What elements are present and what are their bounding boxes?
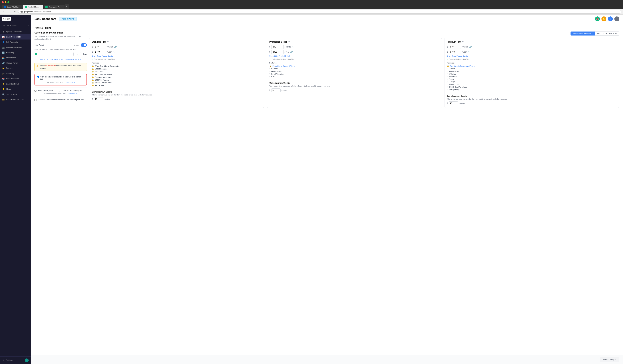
- sidebar-item-saas-configurator[interactable]: 📊 SaaS Configurator: [0, 34, 31, 40]
- traffic-light-yellow[interactable]: [5, 1, 6, 3]
- build-own-plan-button[interactable]: BUILD YOUR OWN PLAN: [595, 32, 619, 36]
- sidebar-switcher[interactable]: Click here to switch ⌄: [0, 23, 31, 28]
- sidebar-item-sub-accounts[interactable]: 👤 Sub-Accounts: [0, 40, 31, 45]
- trial-days-input[interactable]: 1: [73, 52, 81, 56]
- professional-comp-input[interactable]: [271, 88, 281, 92]
- stripe-link-month-icon[interactable]: 🔗: [469, 46, 472, 48]
- sidebar-item-affiliate-portal[interactable]: 🔗 Affiliate Portal: [0, 61, 31, 66]
- stripe-link-month-icon[interactable]: 🔗: [292, 46, 294, 48]
- upgrade-learn-more-link[interactable]: Learn more ↗: [65, 81, 75, 83]
- feature-item: ⠿All Reporting: [447, 89, 617, 91]
- sidebar-item-label: SaaS Configurator: [6, 36, 22, 38]
- premium-edit-icon[interactable]: ✏: [462, 41, 464, 43]
- premium-comp-input[interactable]: [449, 101, 458, 105]
- page-header: SaaS Dashboard Plans & Pricing 📣 🔔 ?: [31, 15, 623, 23]
- cancel-link-row: How does cancellation work? Learn more ↗: [34, 93, 87, 95]
- professional-edit-icon[interactable]: ✏: [289, 41, 290, 43]
- sidebar-item-label: Agency Dashboard: [6, 31, 22, 33]
- professional-price-month-input[interactable]: [271, 45, 284, 49]
- plans-layout: Customize Your SaaS Plans You can either…: [34, 32, 619, 108]
- notification-button-green[interactable]: 📣: [595, 17, 600, 21]
- premium-price-month-input[interactable]: [449, 45, 461, 49]
- premium-comp-title: Complimentary Credits: [447, 95, 617, 97]
- drag-icon: ⠿: [447, 76, 448, 78]
- sidebar-settings[interactable]: ⚙ Settings ‹: [0, 356, 31, 364]
- sidebar: Agency Click here to switch ⌄ ⊞ Agency D…: [0, 15, 31, 364]
- tab-close-1[interactable]: ×: [41, 6, 41, 8]
- user-icon: 👤: [2, 41, 5, 43]
- stripe-link-month-icon[interactable]: 🔗: [114, 46, 117, 48]
- user-avatar[interactable]: [614, 17, 619, 21]
- notification-button-orange[interactable]: 🔔: [601, 17, 606, 21]
- sidebar-item-saas-fasttrack[interactable]: ⚡ SaaS FastTrack: [0, 81, 31, 86]
- sidebar-item-ideas[interactable]: 💡 Ideas: [0, 86, 31, 92]
- sidebar-item-label: Ideas: [6, 88, 11, 90]
- address-input[interactable]: [18, 10, 621, 14]
- feature-item: 🔒Missed Call Text Back: [92, 82, 262, 84]
- browser-tab-2[interactable]: Suspending A... ×: [44, 5, 64, 9]
- forward-button[interactable]: →: [7, 10, 11, 13]
- currency-symbol: $: [269, 46, 270, 48]
- lock-icon: 🔒: [92, 76, 94, 78]
- feature-item: 🔒GMB Call Tracking: [92, 79, 262, 81]
- back-button[interactable]: ←: [2, 10, 6, 13]
- reload-button[interactable]: ↻: [13, 10, 17, 13]
- sidebar-item-reselling[interactable]: 🔄 Reselling: [0, 50, 31, 55]
- trial-period-label: Trial Period: [34, 44, 44, 46]
- standard-features-label: Features:: [92, 62, 262, 64]
- stripe-link-year-icon[interactable]: 🔗: [290, 51, 293, 53]
- help-button[interactable]: ?: [608, 17, 613, 21]
- cancel-learn-more-link[interactable]: Learn more ↗: [67, 93, 77, 95]
- professional-plan-name: Professional Plan ✏: [269, 40, 439, 43]
- traffic-light-red[interactable]: [2, 1, 4, 3]
- professional-stripe-link[interactable]: Show Stripe Product Details: [269, 55, 439, 57]
- premium-stripe-link[interactable]: Show Stripe Product Details: [447, 55, 617, 57]
- professional-plan-card: Professional Plan ✏ $ / month 🔗 $: [267, 38, 442, 108]
- customize-panel: Customize Your SaaS Plans You can either…: [34, 32, 87, 108]
- professional-price-year-input[interactable]: [271, 50, 284, 54]
- currency-symbol: $: [92, 98, 93, 100]
- stripe-link-year-icon[interactable]: 🔗: [467, 51, 470, 53]
- tab-close-2[interactable]: ×: [61, 6, 62, 8]
- upgrade-checkbox[interactable]: [37, 76, 39, 78]
- suspend-checkbox-section: Suspend Sub-account when their SaaS subs…: [34, 97, 87, 101]
- stripe-link-year-icon[interactable]: 🔗: [113, 51, 115, 53]
- sidebar-item-university[interactable]: 🎓 University: [0, 71, 31, 76]
- book-icon: 📚: [2, 78, 5, 80]
- browser-tab-0[interactable]: Blade P&L Pla... ×: [2, 5, 23, 9]
- standard-stripe-link[interactable]: Show Stripe Product Details: [92, 55, 262, 57]
- sidebar-item-account-snapshots[interactable]: 📷 Account Snapshots: [0, 45, 31, 50]
- sidebar-item-label: Affiliate Portal: [6, 62, 18, 64]
- trial-period-toggle[interactable]: [81, 43, 87, 47]
- sidebar-item-saas-fasttrack-paid[interactable]: 💳 SaaS FastTrack Paid: [0, 97, 31, 102]
- customize-title: Customize Your SaaS Plans: [34, 32, 87, 34]
- trial-period-slider[interactable]: [34, 54, 72, 54]
- tab-close-0[interactable]: ×: [20, 6, 21, 8]
- enable-label: Enable: [74, 44, 79, 46]
- sidebar-item-partners[interactable]: 🤝 Partners: [0, 66, 31, 71]
- sidebar-collapse-button[interactable]: ‹: [25, 359, 29, 362]
- sidebar-item-smb-scanner[interactable]: 🔍 SMB Scanner: [0, 92, 31, 97]
- save-changes-button[interactable]: Save Changes: [600, 357, 619, 362]
- traffic-light-green[interactable]: [7, 1, 9, 3]
- premium-price-year-input[interactable]: [449, 50, 461, 54]
- standard-comp-input[interactable]: [94, 97, 103, 101]
- drag-icon: ⠿: [269, 68, 270, 70]
- page-title: SaaS Dashboard: [34, 17, 56, 20]
- standard-edit-icon[interactable]: ✏: [107, 41, 109, 43]
- currency-symbol: $: [92, 46, 93, 48]
- recommended-plans-button[interactable]: RECOMMENDED PLANS: [571, 32, 595, 36]
- sidebar-item-marketplace[interactable]: 🏪 Marketplace: [0, 55, 31, 61]
- premium-plan-name: Premium Plan ✏: [447, 40, 617, 43]
- header-tab-plans-pricing[interactable]: Plans & Pricing: [59, 17, 77, 21]
- standard-price-year-input[interactable]: [94, 50, 106, 54]
- cancel-checkbox[interactable]: [34, 90, 37, 92]
- feature-item: ⠿Email Marketing: [269, 73, 439, 75]
- suspend-checkbox[interactable]: [34, 99, 37, 101]
- sidebar-item-agency-dashboard[interactable]: ⊞ Agency Dashboard: [0, 29, 31, 34]
- browser-tab-1[interactable]: Product Metri... ×: [23, 5, 43, 9]
- standard-price-month-input[interactable]: [94, 45, 106, 49]
- setup-fee-learn-link[interactable]: Learn how to add one-time setup fee to t…: [34, 59, 87, 60]
- sidebar-item-saas-education[interactable]: 📚 SaaS Education: [0, 76, 31, 81]
- new-tab-button[interactable]: +: [65, 4, 69, 9]
